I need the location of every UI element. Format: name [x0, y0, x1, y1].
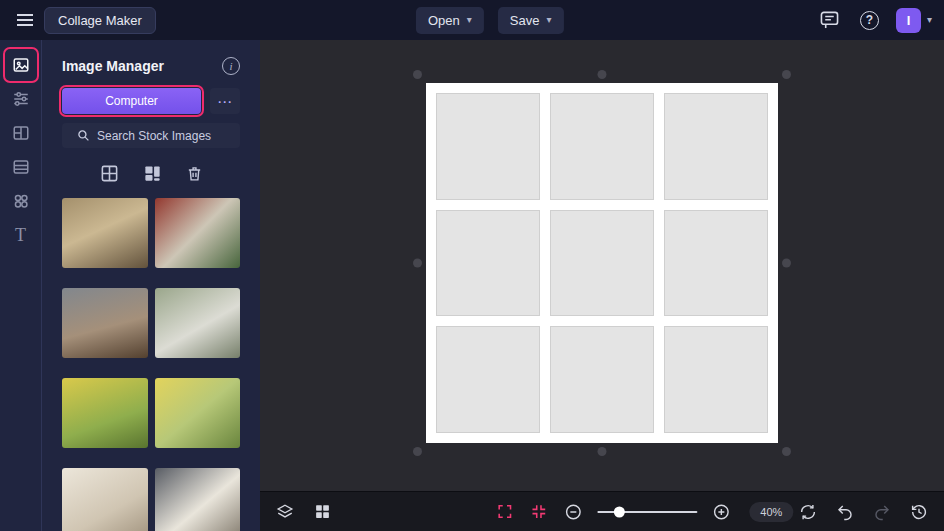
save-label: Save [510, 13, 540, 28]
plus-circle-icon [712, 503, 730, 521]
topbar-right: ? I ▾ [816, 7, 932, 34]
chat-icon [820, 11, 839, 29]
collage-cell[interactable] [664, 326, 768, 433]
collage-cell[interactable] [550, 326, 654, 433]
workspace: 40% [260, 40, 944, 531]
layout-columns-icon [12, 124, 30, 142]
shrink-icon [530, 503, 547, 520]
minus-circle-icon [564, 503, 582, 521]
sidebar-item-templates[interactable] [6, 152, 36, 182]
sidebar-item-image-manager[interactable] [6, 50, 36, 80]
refresh-canvas-button[interactable] [797, 501, 819, 523]
grid-icon [100, 164, 119, 183]
app-title-label: Collage Maker [58, 13, 142, 28]
collage-cell[interactable] [664, 210, 768, 317]
grid-overlay-button[interactable] [312, 501, 333, 523]
collage-canvas[interactable] [413, 70, 791, 456]
thumbnail-image[interactable] [155, 378, 241, 448]
panel-tools-row [62, 160, 240, 186]
bottom-left-group [274, 501, 333, 523]
sidebar-item-graphics[interactable] [6, 186, 36, 216]
info-button[interactable]: i [222, 57, 240, 75]
resize-handle-bottom-right[interactable] [782, 447, 791, 456]
image-manager-panel: Image Manager i Computer ⋯ [42, 40, 260, 531]
thumbnail-image[interactable] [62, 468, 148, 531]
zoom-in-button[interactable] [710, 501, 732, 523]
actual-size-button[interactable] [528, 501, 549, 522]
collage-cell[interactable] [550, 210, 654, 317]
search-icon [77, 129, 90, 142]
zoom-controls: 40% [494, 501, 793, 523]
grid-view-button[interactable] [100, 160, 119, 186]
topbar-center: Open ▾ Save ▾ [416, 7, 564, 34]
open-button[interactable]: Open ▾ [416, 7, 484, 34]
resize-handle-top-middle[interactable] [598, 70, 607, 79]
computer-upload-button[interactable]: Computer [62, 88, 201, 114]
resize-handle-bottom-left[interactable] [413, 447, 422, 456]
stock-search-bar[interactable] [62, 123, 240, 148]
collage-cell[interactable] [436, 210, 540, 317]
source-row: Computer ⋯ [62, 88, 240, 114]
feedback-button[interactable] [816, 7, 843, 33]
layers-button[interactable] [274, 501, 296, 523]
thumbnail-image[interactable] [155, 288, 241, 358]
bottom-toolbar: 40% [260, 491, 944, 531]
redo-button[interactable] [871, 501, 893, 523]
zoom-level-value: 40% [749, 502, 793, 522]
bottom-right-group [797, 501, 930, 523]
collage-cell[interactable] [664, 93, 768, 200]
delete-button[interactable] [186, 160, 203, 186]
zoom-slider[interactable] [597, 511, 697, 513]
help-button[interactable]: ? [856, 7, 883, 34]
tool-rail: T [0, 40, 42, 531]
sidebar-item-text[interactable]: T [6, 220, 36, 250]
app-title-button[interactable]: Collage Maker [44, 7, 156, 34]
autofill-collage-button[interactable] [143, 160, 162, 186]
grid-icon [314, 503, 331, 520]
fit-to-screen-button[interactable] [494, 501, 515, 522]
help-icon: ? [860, 11, 879, 30]
trash-icon [186, 164, 203, 183]
template-rows-icon [12, 158, 30, 176]
stock-search-input[interactable] [97, 129, 225, 143]
resize-handle-bottom-middle[interactable] [598, 447, 607, 456]
sidebar-item-layouts[interactable] [6, 118, 36, 148]
chevron-down-icon: ▾ [467, 15, 472, 25]
collage-maker-app: Collage Maker Open ▾ Save ▾ ? I ▾ [0, 0, 944, 531]
topbar: Collage Maker Open ▾ Save ▾ ? I ▾ [0, 0, 944, 40]
thumbnail-image[interactable] [155, 468, 241, 531]
zoom-slider-knob[interactable] [614, 506, 625, 517]
chevron-down-icon: ▾ [927, 15, 932, 25]
more-sources-button[interactable]: ⋯ [210, 88, 240, 114]
undo-icon [836, 503, 854, 521]
undo-button[interactable] [834, 501, 856, 523]
thumbnail-image[interactable] [62, 378, 148, 448]
chevron-down-icon: ▾ [546, 15, 551, 25]
history-button[interactable] [908, 501, 930, 523]
image-icon [12, 56, 30, 74]
hamburger-menu-button[interactable] [12, 9, 38, 31]
redo-icon [873, 503, 891, 521]
thumbnail-image[interactable] [62, 288, 148, 358]
save-button[interactable]: Save ▾ [498, 7, 564, 34]
panel-title: Image Manager [62, 58, 164, 74]
thumbnail-grid [62, 198, 240, 531]
text-tool-icon: T [15, 225, 26, 246]
thumbnail-image[interactable] [62, 198, 148, 268]
sliders-icon [12, 90, 30, 108]
resize-handle-top-left[interactable] [413, 70, 422, 79]
history-icon [910, 503, 928, 521]
thumbnail-image[interactable] [155, 198, 241, 268]
sidebar-item-edit[interactable] [6, 84, 36, 114]
collage-frame[interactable] [426, 83, 778, 443]
account-button[interactable]: I ▾ [896, 8, 932, 33]
zoom-out-button[interactable] [562, 501, 584, 523]
collage-cell[interactable] [436, 326, 540, 433]
resize-handle-middle-left[interactable] [413, 259, 422, 268]
collage-cell[interactable] [550, 93, 654, 200]
resize-handle-middle-right[interactable] [782, 259, 791, 268]
resize-handle-top-right[interactable] [782, 70, 791, 79]
open-label: Open [428, 13, 460, 28]
rotate-icon [799, 503, 817, 521]
collage-cell[interactable] [436, 93, 540, 200]
